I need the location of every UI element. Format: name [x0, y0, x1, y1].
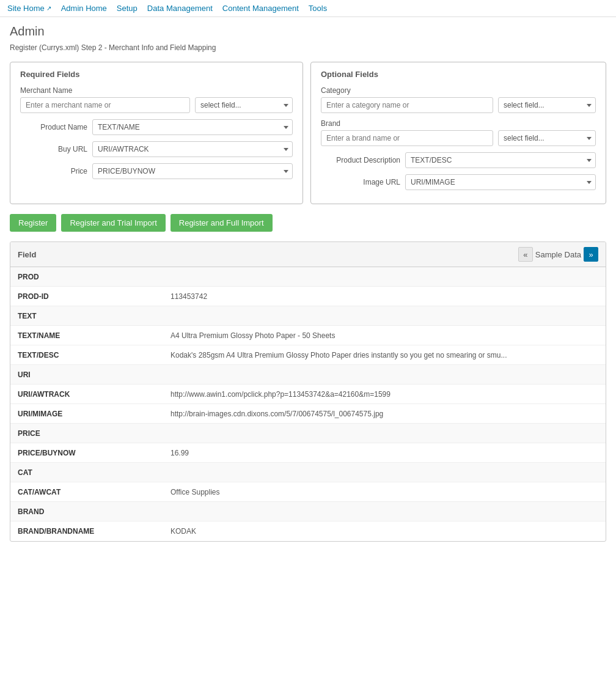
category-select[interactable]: select field... [498, 97, 596, 113]
category-label: Category [321, 86, 596, 95]
row-key: TEXT [10, 308, 163, 324]
product-description-group: Product Description TEXT/DESC [321, 152, 596, 168]
row-value [163, 371, 606, 378]
optional-fields-panel: Optional Fields Category select field...… [310, 62, 606, 204]
row-value [163, 273, 606, 281]
nav-bar: Site Home ↗ Admin Home Setup Data Manage… [0, 0, 616, 17]
row-value: 113453742 [163, 289, 606, 304]
content-management-link[interactable]: Content Management [222, 4, 299, 13]
admin-home-link[interactable]: Admin Home [61, 4, 107, 13]
page-content: Admin Register (Currys.xml) Step 2 - Mer… [0, 17, 616, 549]
merchant-name-group: Merchant Name select field... [20, 86, 293, 113]
table-row: URI/MIMAGEhttp://brain-images.cdn.dixons… [10, 404, 606, 424]
row-value [163, 430, 606, 437]
optional-fields-title: Optional Fields [321, 70, 596, 79]
breadcrumb: Register (Currys.xml) Step 2 - Merchant … [10, 43, 606, 52]
sample-data-table: Field « Sample Data » PRODPROD-ID1134537… [10, 241, 606, 542]
product-name-group: Product Name TEXT/NAME [20, 119, 293, 135]
row-value: http://brain-images.cdn.dixons.com/5/7/0… [163, 406, 606, 422]
row-value: Kodak's 285gsm A4 Ultra Premium Glossy P… [163, 347, 606, 363]
row-key: CAT/AWCAT [10, 484, 163, 500]
merchant-name-input[interactable] [20, 97, 190, 113]
table-row: CAT/AWCATOffice Supplies [10, 482, 606, 502]
table-row: PRICE/BUYNOW16.99 [10, 443, 606, 463]
product-name-select[interactable]: TEXT/NAME [92, 119, 293, 135]
brand-select[interactable]: select field... [498, 130, 596, 146]
register-full-button[interactable]: Register and Full Import [170, 214, 273, 232]
category-group: Category select field... [321, 86, 596, 113]
product-description-label: Product Description [321, 156, 400, 164]
brand-group: Brand select field... [321, 119, 596, 146]
buy-url-label: Buy URL [20, 145, 87, 153]
table-row: BRAND [10, 502, 606, 521]
table-row: URI/AWTRACKhttp://www.awin1.com/pclick.p… [10, 385, 606, 404]
row-key: CAT [10, 465, 163, 481]
image-url-label: Image URL [321, 178, 400, 186]
merchant-name-select[interactable]: select field... [195, 97, 293, 113]
sample-data-label: Sample Data [535, 250, 581, 259]
external-link-icon: ↗ [46, 5, 51, 12]
price-group: Price PRICE/BUYNOW [20, 163, 293, 179]
product-description-select[interactable]: TEXT/DESC [405, 152, 596, 168]
image-url-select[interactable]: URI/MIMAGE [405, 174, 596, 190]
row-key: BRAND/BRANDNAME [10, 523, 163, 539]
row-key: PROD-ID [10, 289, 163, 304]
row-key: URI [10, 367, 163, 383]
buy-url-group: Buy URL URI/AWTRACK [20, 141, 293, 157]
table-row: CAT [10, 463, 606, 482]
next-sample-button[interactable]: » [584, 247, 598, 262]
row-key: PRICE [10, 426, 163, 441]
image-url-group: Image URL URI/MIMAGE [321, 174, 596, 190]
category-input[interactable] [321, 97, 493, 113]
data-management-link[interactable]: Data Management [147, 4, 213, 13]
row-value: KODAK [163, 523, 606, 539]
row-key: URI/AWTRACK [10, 386, 163, 402]
price-select[interactable]: PRICE/BUYNOW [92, 163, 293, 179]
table-row: TEXT/DESCKodak's 285gsm A4 Ultra Premium… [10, 345, 606, 365]
buy-url-select[interactable]: URI/AWTRACK [92, 141, 293, 157]
prev-sample-button[interactable]: « [518, 247, 533, 262]
table-row: TEXT [10, 306, 606, 326]
nav-site-home[interactable]: Site Home ↗ [7, 4, 51, 13]
row-value [163, 312, 606, 320]
required-fields-panel: Required Fields Merchant Name select fie… [10, 62, 303, 204]
merchant-name-label: Merchant Name [20, 86, 293, 95]
row-value: http://www.awin1.com/pclick.php?p=113453… [163, 386, 606, 402]
row-value: Office Supplies [163, 484, 606, 500]
table-row: PROD-ID113453742 [10, 287, 606, 306]
register-trial-button[interactable]: Register and Trial Import [61, 214, 165, 232]
price-label: Price [20, 167, 87, 175]
row-value [163, 469, 606, 476]
row-key: TEXT/DESC [10, 347, 163, 363]
product-name-label: Product Name [20, 123, 87, 131]
row-key: BRAND [10, 504, 163, 520]
site-home-link[interactable]: Site Home [7, 4, 45, 13]
brand-label: Brand [321, 119, 596, 128]
brand-input[interactable] [321, 130, 493, 146]
row-value: A4 Ultra Premium Glossy Photo Paper - 50… [163, 328, 606, 344]
data-table-body: PRODPROD-ID113453742TEXTTEXT/NAMEA4 Ultr… [10, 267, 606, 541]
table-row: TEXT/NAMEA4 Ultra Premium Glossy Photo P… [10, 326, 606, 345]
row-key: PROD [10, 269, 163, 285]
sample-data-nav: « Sample Data » [518, 247, 598, 262]
table-row: PRICE [10, 424, 606, 443]
table-header: Field « Sample Data » [10, 242, 606, 267]
table-row: BRAND/BRANDNAMEKODAK [10, 521, 606, 541]
setup-link[interactable]: Setup [117, 4, 138, 13]
panels-row: Required Fields Merchant Name select fie… [10, 62, 606, 204]
table-row: PROD [10, 267, 606, 287]
buttons-row: Register Register and Trial Import Regis… [10, 214, 606, 232]
page-title: Admin [10, 24, 606, 39]
table-row: URI [10, 365, 606, 385]
row-key: PRICE/BUYNOW [10, 445, 163, 461]
row-key: URI/MIMAGE [10, 406, 163, 422]
required-fields-title: Required Fields [20, 70, 293, 79]
register-button[interactable]: Register [10, 214, 56, 232]
row-value: 16.99 [163, 445, 606, 461]
field-col-label: Field [18, 250, 36, 259]
row-value [163, 508, 606, 515]
row-key: TEXT/NAME [10, 328, 163, 344]
tools-link[interactable]: Tools [309, 4, 327, 13]
